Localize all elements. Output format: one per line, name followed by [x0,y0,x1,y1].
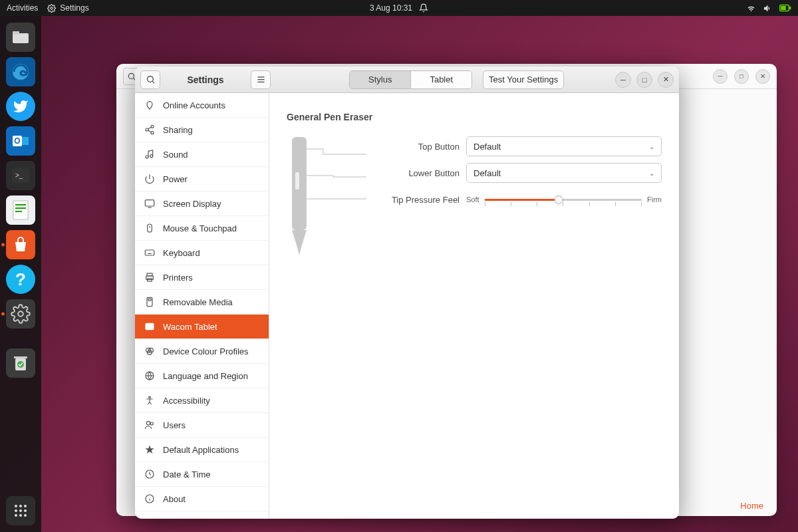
lower-button-label: Lower Button [366,168,460,178]
top-bar: Activities Settings 3 Aug 10:31 [0,0,798,16]
svg-line-32 [152,81,154,83]
svg-point-38 [151,132,154,134]
svg-point-42 [150,155,153,158]
sidebar-item-screen-display[interactable]: Screen Display [135,192,269,216]
svg-rect-48 [145,250,154,255]
power-icon [144,174,155,184]
sidebar-item-power[interactable]: Power [135,167,269,192]
settings-sidebar: Online AccountsSharingSoundPowerScreen D… [135,93,269,519]
sidebar-item-removable-media[interactable]: Removable Media [135,290,269,315]
svg-rect-15 [15,211,22,212]
lower-button-value: Default [473,168,501,178]
svg-point-26 [15,514,17,517]
wifi-icon[interactable] [746,3,756,13]
header-search-button[interactable] [140,70,160,89]
battery-icon[interactable] [779,3,791,13]
svg-rect-2 [789,7,791,10]
svg-point-27 [19,514,22,517]
dock-terminal[interactable]: >_ [6,161,35,190]
bg-maximize-button[interactable]: □ [734,69,749,84]
bell-icon[interactable] [419,3,428,13]
sidebar-item-language-region[interactable]: Language and Region [135,364,269,388]
svg-point-25 [24,509,27,512]
clock[interactable]: 3 Aug 10:31 [370,3,412,13]
svg-rect-3 [781,6,786,10]
svg-rect-55 [148,279,152,281]
sidebar-item-mouse-touchpad[interactable]: Mouse & Touchpad [135,216,269,241]
sidebar-item-users[interactable]: Users [135,413,269,438]
svg-rect-5 [13,31,19,35]
removable-media-icon [144,297,155,307]
sidebar-item-online-accounts[interactable]: Online Accounts [135,93,269,118]
svg-point-22 [24,505,27,507]
bg-close-button[interactable]: ✕ [755,69,770,84]
tip-pressure-label: Tip Pressure Feel [366,195,460,205]
sidebar-item-label: Date & Time [163,469,211,479]
content-heading: General Pen Eraser [287,112,662,122]
sidebar-item-about[interactable]: About [135,487,269,511]
dock-outlook[interactable]: O [6,126,35,156]
sidebar-item-label: Keyboard [163,248,200,258]
sidebar-item-wacom-tablet[interactable]: Wacom Tablet [135,315,269,339]
dock-help[interactable]: ? [6,265,35,294]
screen-display-icon [144,198,155,209]
sidebar-item-sharing[interactable]: Sharing [135,118,269,142]
tab-stylus[interactable]: Stylus [350,71,411,88]
dock-trash[interactable] [6,348,35,378]
svg-text:O: O [14,136,20,146]
svg-point-31 [147,76,153,82]
minimize-button[interactable]: ─ [615,72,631,88]
topbar-app-indicator[interactable]: Settings [47,3,88,13]
dock-software[interactable] [6,230,35,259]
svg-rect-72 [295,172,299,190]
dock-edge[interactable] [6,57,35,86]
sidebar-item-label: Mouse & Touchpad [163,223,237,233]
online-accounts-icon [144,100,155,110]
test-your-settings-button[interactable]: Test Your Settings [483,70,564,89]
sidebar-item-printers[interactable]: Printers [135,265,269,290]
sidebar-item-label: Removable Media [163,297,233,307]
sidebar-item-sound[interactable]: Sound [135,142,269,167]
about-icon [144,493,155,504]
top-button-label: Top Button [366,142,460,152]
svg-point-37 [146,128,148,131]
dock-files[interactable] [6,23,35,52]
svg-text:>_: >_ [15,172,23,179]
svg-rect-9 [22,137,29,145]
default-apps-icon [144,444,155,455]
keyboard-icon [144,247,155,258]
tab-tablet[interactable]: Tablet [411,71,471,88]
colour-profiles-icon [144,346,155,356]
tip-pressure-slider[interactable] [485,193,642,206]
sidebar-item-colour-profiles[interactable]: Device Colour Profiles [135,339,269,364]
header-menu-button[interactable] [251,70,271,89]
sidebar-item-date-time[interactable]: Date & Time [135,462,269,487]
close-button[interactable]: ✕ [658,72,674,88]
dock-settings[interactable] [6,299,35,329]
slider-firm-label: Firm [647,196,662,203]
svg-rect-13 [15,204,26,205]
sidebar-item-default-apps[interactable]: Default Applications [135,438,269,462]
svg-point-29 [128,73,134,78]
dock-writer[interactable] [6,196,35,225]
top-button-combo[interactable]: Default ⌄ [466,136,662,156]
bg-home-link[interactable]: Home [740,501,763,511]
printers-icon [144,272,155,283]
sidebar-item-label: Power [163,174,188,184]
settings-window: Settings Stylus Tablet Test Your Setting… [135,66,679,519]
svg-rect-4 [13,33,29,43]
dock-show-apps[interactable] [6,496,35,525]
lower-button-combo[interactable]: Default ⌄ [466,163,662,183]
volume-icon[interactable] [763,3,773,13]
dock-twitter[interactable] [6,92,35,121]
svg-point-66 [150,422,153,425]
maximize-button[interactable]: □ [636,72,652,88]
slider-soft-label: Soft [466,196,479,203]
activities-button[interactable]: Activities [7,3,38,13]
sidebar-item-accessibility[interactable]: Accessibility [135,388,269,413]
stylus-tablet-switcher: Stylus Tablet [349,70,472,89]
bg-minimize-button[interactable]: ─ [713,69,728,84]
svg-rect-57 [148,299,151,301]
svg-rect-14 [15,207,26,209]
sidebar-item-keyboard[interactable]: Keyboard [135,241,269,265]
